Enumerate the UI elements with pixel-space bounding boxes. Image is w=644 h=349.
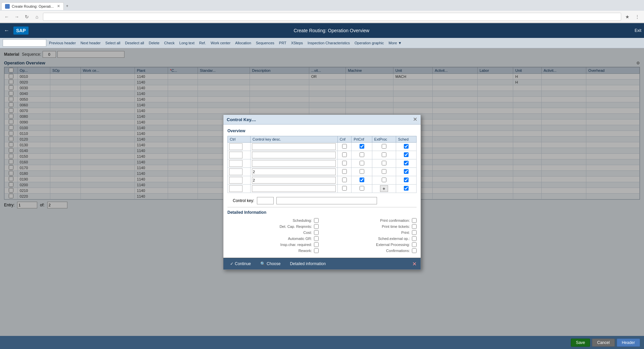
detail-checkbox[interactable] [314, 248, 319, 253]
browser-menu-button[interactable]: ⋮ [633, 13, 641, 21]
ctrl-input-field[interactable] [229, 160, 243, 167]
ref-button[interactable]: Ref. [197, 40, 208, 46]
select-all-button[interactable]: Select all [103, 40, 122, 46]
detail-checkbox[interactable] [314, 242, 319, 247]
header-button[interactable]: Header [617, 339, 640, 347]
long-text-button[interactable]: Long text [177, 40, 197, 46]
browser-home-button[interactable]: ⌂ [33, 13, 41, 21]
control-key-short-input[interactable] [257, 197, 274, 204]
detail-checkbox[interactable] [314, 218, 319, 223]
choose-button[interactable]: 🔍 Choose [258, 260, 283, 267]
ctrl-extproc-checkbox[interactable] [382, 152, 386, 157]
ctrl-prtcnf-checkbox[interactable] [360, 186, 364, 191]
browser-reload-button[interactable]: ↻ [23, 13, 31, 21]
detail-label: Det. Cap. Reqmnts: [279, 225, 312, 229]
modal-footer: ✓ Continue 🔍 Choose Detailed information… [223, 258, 421, 269]
ctrl-extproc-checkbox[interactable] [382, 178, 386, 182]
detail-checkbox[interactable] [412, 236, 417, 241]
ctrl-sched-checkbox[interactable] [404, 152, 409, 157]
inspection-characteristics-button[interactable]: Inspection Characteristics [306, 40, 352, 46]
url-bar[interactable] [43, 13, 621, 21]
ctrl-cell-ctrl [228, 168, 251, 176]
detailed-information-button[interactable]: Detailed information [287, 260, 328, 267]
detail-row: Print: [325, 230, 417, 236]
ctrl-cnf-checkbox[interactable] [342, 144, 347, 149]
ctrl-prtcnf-checkbox[interactable] [360, 161, 364, 165]
browser-bookmark-button[interactable]: ★ [623, 13, 631, 21]
detail-checkbox[interactable] [314, 224, 319, 229]
ctrl-sched-checkbox[interactable] [404, 169, 409, 174]
ctrl-cnf-checkbox[interactable] [342, 169, 347, 174]
detail-checkbox[interactable] [314, 236, 319, 241]
ctrl-cell-ctrl [228, 151, 251, 159]
ctrl-input-field[interactable] [229, 185, 243, 192]
modal-footer-close-button[interactable]: ✕ [412, 261, 417, 267]
ctrl-desc-field[interactable] [252, 185, 336, 192]
add-extproc-button[interactable]: + [380, 185, 388, 192]
ctrl-sched-checkbox[interactable] [404, 186, 409, 191]
ctrl-cell-ctrl [228, 143, 251, 151]
ctrl-input-field[interactable] [229, 168, 243, 175]
previous-header-button[interactable]: Previous header [47, 40, 78, 46]
ctrl-prtcnf-checkbox[interactable] [360, 178, 364, 182]
cancel-button[interactable]: Cancel [592, 339, 614, 347]
ctrl-cnf-checkbox[interactable] [342, 178, 347, 182]
prt-button[interactable]: PRT [277, 40, 288, 46]
check-button[interactable]: Check [162, 40, 176, 46]
save-button[interactable]: Save [571, 339, 590, 347]
ctrl-extproc-checkbox[interactable] [382, 144, 386, 149]
xsteps-button[interactable]: XSteps [289, 40, 305, 46]
delete-button[interactable]: Delete [147, 40, 162, 46]
browser-controls: ← → ↻ ⌂ ★ ⋮ [0, 11, 644, 23]
work-center-button[interactable]: Work center [209, 40, 232, 46]
detail-row: Print confirmation: [325, 217, 417, 223]
exit-button[interactable]: Exit [635, 28, 641, 33]
operation-graphic-button[interactable]: Operation graphic [353, 40, 386, 46]
ctrl-prtcnf-checkbox[interactable] [360, 144, 364, 149]
ctrl-cell-cnf [337, 185, 352, 193]
detail-checkbox[interactable] [412, 224, 417, 229]
control-key-long-input[interactable] [276, 197, 377, 204]
more-button[interactable]: More ▼ [387, 40, 404, 46]
browser-forward-button[interactable]: → [13, 13, 21, 21]
ctrl-sched-checkbox[interactable] [404, 178, 409, 182]
ctrl-prtcnf-checkbox[interactable] [360, 152, 364, 157]
ctrl-prtcnf-checkbox[interactable] [360, 169, 364, 174]
ctrl-desc-field[interactable] [252, 143, 336, 150]
ctrl-desc-field[interactable] [252, 168, 336, 175]
ctrl-extproc-checkbox[interactable] [382, 161, 386, 165]
detail-checkbox[interactable] [412, 242, 417, 247]
toolbar-search-input[interactable] [3, 39, 46, 47]
tab-close-button[interactable]: ✕ [57, 4, 60, 8]
ctrl-input-field[interactable] [229, 143, 243, 150]
detail-checkbox[interactable] [314, 230, 319, 235]
ctrl-desc-field[interactable] [252, 160, 336, 167]
active-tab[interactable]: Create Routing: Operati... ✕ [1, 2, 64, 10]
ctrl-cnf-checkbox[interactable] [342, 161, 347, 165]
ctrl-cnf-checkbox[interactable] [342, 186, 347, 191]
ctrl-input-field[interactable] [229, 177, 243, 184]
deselect-all-button[interactable]: Deselect all [123, 40, 146, 46]
detail-checkbox[interactable] [412, 218, 417, 223]
detail-checkbox[interactable] [412, 230, 417, 235]
ctrl-sched-checkbox[interactable] [404, 144, 409, 149]
detail-checkbox[interactable] [412, 248, 417, 253]
search-icon: 🔍 [260, 261, 265, 266]
ctrl-cell-prtcnf [352, 151, 372, 159]
ctrl-cnf-checkbox[interactable] [342, 152, 347, 157]
browser-back-button[interactable]: ← [3, 13, 11, 21]
next-header-button[interactable]: Next header [78, 40, 103, 46]
new-tab-button[interactable]: + [64, 1, 70, 11]
sap-back-button[interactable]: ← [3, 26, 11, 35]
modal-close-button[interactable]: ✕ [413, 117, 417, 122]
ctrl-cell-cnf [337, 143, 352, 151]
ctrl-input-field[interactable] [229, 152, 243, 158]
continue-button[interactable]: ✓ Continue [227, 260, 254, 267]
ctrl-extproc-checkbox[interactable] [382, 169, 386, 174]
sequences-button[interactable]: Sequences [254, 40, 276, 46]
ctrl-desc-field[interactable] [252, 152, 336, 158]
ctrl-desc-field[interactable] [252, 177, 336, 184]
ctrl-sched-checkbox[interactable] [404, 161, 409, 165]
allocation-button[interactable]: Allocation [233, 40, 253, 46]
detail-row: Print time tickets: [325, 223, 417, 230]
